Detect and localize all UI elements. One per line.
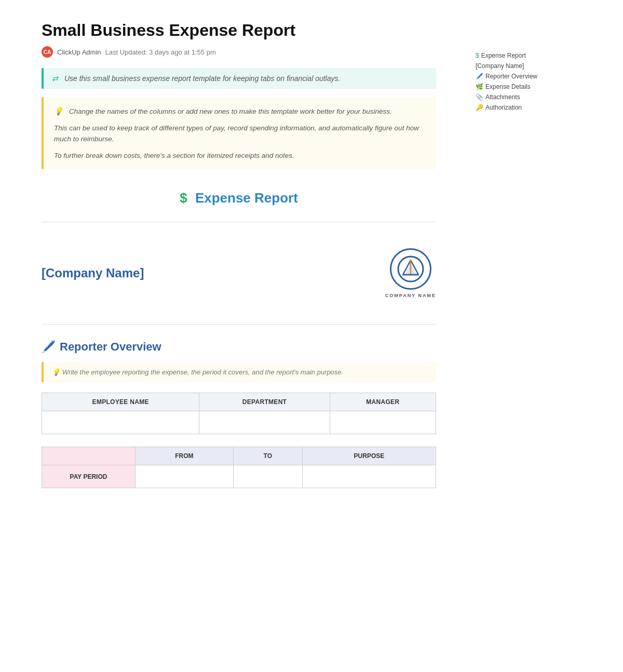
divider-1 <box>42 222 436 222</box>
leaf-sidebar-icon: 🌿 <box>476 83 483 90</box>
meta-row: CA ClickUp Admin Last Updated: 3 days ag… <box>42 46 436 58</box>
last-updated: Last Updated: 3 days ago at 1:55 pm <box>105 48 216 56</box>
page-title: Small Business Expense Report <box>42 21 436 40</box>
period-table-row: PAY PERIOD <box>42 465 436 488</box>
pencil-sidebar-icon: 🖊️ <box>476 73 483 80</box>
reporter-hint-icon: 💡 <box>52 368 60 376</box>
expense-report-heading: $ Expense Report <box>42 190 436 206</box>
logo-circle <box>390 248 431 290</box>
sidebar-label-reporter-overview: Reporter Overview <box>485 73 537 80</box>
yellow-banner-p2: This can be used to keep track of differ… <box>54 123 426 145</box>
pay-period-label: PAY PERIOD <box>42 465 136 488</box>
company-logo: COMPANY NAME <box>385 248 436 298</box>
sidebar-label-expense-details: Expense Details <box>485 83 531 90</box>
logo-svg <box>397 255 425 283</box>
col-pay-period-header <box>42 447 136 465</box>
sidebar-item-expense-report[interactable]: $ Expense Report <box>476 52 542 59</box>
paperclip-sidebar-icon: 📎 <box>476 93 483 101</box>
manager-cell <box>330 411 436 434</box>
period-table: FROM TO PURPOSE PAY PERIOD <box>42 447 436 488</box>
col-purpose: PURPOSE <box>302 447 436 465</box>
sidebar-label-expense-report: Expense Report <box>481 52 526 59</box>
sidebar: $ Expense Report [Company Name] 🖊️ Repor… <box>467 0 550 672</box>
key-sidebar-icon: 🔑 <box>476 104 483 111</box>
col-department: DEPARTMENT <box>199 393 330 411</box>
divider-2 <box>42 324 436 325</box>
teal-banner-icon: ⇄ <box>52 74 58 83</box>
to-cell <box>233 465 302 488</box>
table-row <box>42 411 436 434</box>
yellow-banner: 💡 Change the names of the columns or add… <box>42 97 436 169</box>
reporter-hint: 💡 Write the employee reporting the expen… <box>42 362 436 382</box>
avatar: CA <box>42 46 53 58</box>
main-content: Small Business Expense Report CA ClickUp… <box>0 0 467 672</box>
sidebar-item-reporter-overview[interactable]: 🖊️ Reporter Overview <box>476 73 542 80</box>
reporter-emoji: 🖊️ <box>42 340 56 354</box>
sidebar-label-authorization: Authorization <box>485 104 522 111</box>
teal-banner-text: Use this small business expense report t… <box>64 74 341 83</box>
col-manager: MANAGER <box>330 393 436 411</box>
col-employee-name: EMPLOYEE NAME <box>42 393 199 411</box>
sidebar-item-expense-details[interactable]: 🌿 Expense Details <box>476 83 542 90</box>
dollar-sidebar-icon: $ <box>476 52 479 59</box>
company-name: [Company Name] <box>42 266 144 280</box>
teal-banner: ⇄ Use this small business expense report… <box>42 68 436 89</box>
author-name: ClickUp Admin <box>57 48 101 56</box>
dollar-icon: $ <box>180 190 187 206</box>
sidebar-label-company-name: [Company Name] <box>476 62 524 70</box>
yellow-banner-p1: 💡 Change the names of the columns or add… <box>54 105 426 117</box>
employee-name-cell <box>42 411 199 434</box>
from-cell <box>136 465 234 488</box>
employee-table-header-row: EMPLOYEE NAME DEPARTMENT MANAGER <box>42 393 436 411</box>
department-cell <box>199 411 330 434</box>
bulb-icon: 💡 <box>54 107 63 115</box>
yellow-banner-p3: To further break down costs, there's a s… <box>54 150 426 162</box>
employee-table: EMPLOYEE NAME DEPARTMENT MANAGER <box>42 393 436 434</box>
logo-label: COMPANY NAME <box>385 293 436 298</box>
purpose-cell <box>302 465 436 488</box>
sidebar-item-company-name[interactable]: [Company Name] <box>476 62 542 70</box>
sidebar-label-attachments: Attachments <box>485 93 520 101</box>
reporter-overview-heading: 🖊️ Reporter Overview <box>42 340 436 354</box>
col-from: FROM <box>136 447 234 465</box>
period-table-header-row: FROM TO PURPOSE <box>42 447 436 465</box>
sidebar-item-authorization[interactable]: 🔑 Authorization <box>476 104 542 111</box>
sidebar-item-attachments[interactable]: 📎 Attachments <box>476 93 542 101</box>
company-section: [Company Name] COMPANY NAME <box>42 238 436 314</box>
col-to: TO <box>233 447 302 465</box>
